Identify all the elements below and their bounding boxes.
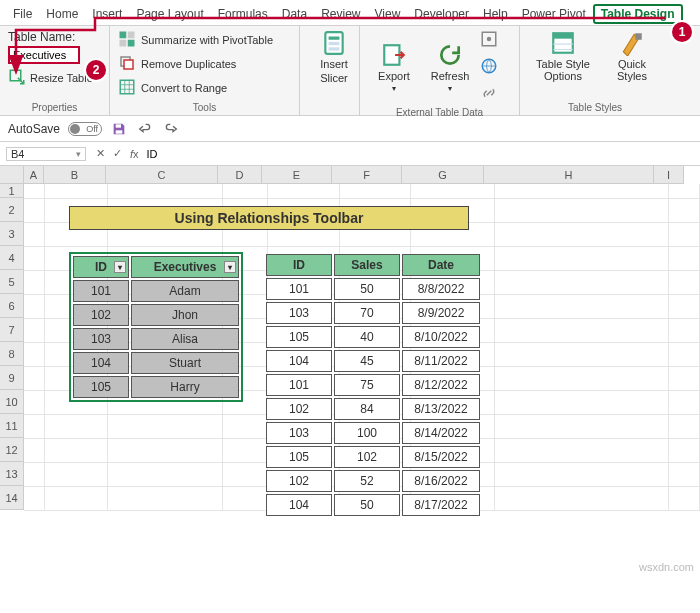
tab-data[interactable]: Data bbox=[275, 4, 314, 24]
table-cell[interactable]: 102 bbox=[73, 304, 129, 326]
table-cell[interactable]: 8/11/2022 bbox=[402, 350, 480, 372]
remove-duplicates-button[interactable]: Remove Duplicates bbox=[118, 54, 291, 74]
table-cell[interactable]: 52 bbox=[334, 470, 400, 492]
table-cell[interactable]: 105 bbox=[73, 376, 129, 398]
table-cell[interactable]: 105 bbox=[266, 326, 332, 348]
row-header[interactable]: 1 bbox=[0, 184, 24, 198]
table-cell[interactable]: 100 bbox=[334, 422, 400, 444]
col-header-a[interactable]: A bbox=[24, 166, 44, 184]
row-header[interactable]: 12 bbox=[0, 438, 24, 462]
table-name-input[interactable] bbox=[8, 46, 80, 64]
filter-dropdown-icon[interactable]: ▾ bbox=[224, 261, 236, 273]
summarize-pivot-button[interactable]: Summarize with PivotTable bbox=[118, 30, 291, 50]
unlink-icon[interactable] bbox=[480, 84, 498, 105]
autosave-toggle[interactable]: Off bbox=[68, 122, 102, 136]
name-box[interactable]: B4 ▾ bbox=[6, 147, 86, 161]
table-style-options-button[interactable]: Table Style Options bbox=[528, 30, 598, 82]
table-cell[interactable]: 8/10/2022 bbox=[402, 326, 480, 348]
table-cell[interactable]: 40 bbox=[334, 326, 400, 348]
table-cell[interactable]: 50 bbox=[334, 278, 400, 300]
row-header[interactable]: 13 bbox=[0, 462, 24, 486]
tbl-a-header-exec[interactable]: Executives▾ bbox=[131, 256, 239, 278]
col-header-c[interactable]: C bbox=[106, 166, 218, 184]
select-all-corner[interactable] bbox=[0, 166, 24, 184]
tab-table-design[interactable]: Table Design bbox=[593, 4, 683, 24]
table-cell[interactable]: Adam bbox=[131, 280, 239, 302]
table-cell[interactable]: 103 bbox=[266, 302, 332, 324]
tab-developer[interactable]: Developer bbox=[407, 4, 476, 24]
table-cell[interactable]: Jhon bbox=[131, 304, 239, 326]
tbl-b-header-date[interactable]: Date bbox=[402, 254, 480, 276]
col-header-b[interactable]: B bbox=[44, 166, 106, 184]
table-cell[interactable]: 102 bbox=[266, 470, 332, 492]
table-cell[interactable]: 8/14/2022 bbox=[402, 422, 480, 444]
col-header-i[interactable]: I bbox=[654, 166, 684, 184]
table-cell[interactable]: 105 bbox=[266, 446, 332, 468]
col-header-g[interactable]: G bbox=[402, 166, 484, 184]
tab-power-pivot[interactable]: Power Pivot bbox=[515, 4, 593, 24]
save-icon[interactable] bbox=[110, 120, 128, 138]
undo-icon[interactable] bbox=[136, 120, 154, 138]
row-header[interactable]: 10 bbox=[0, 390, 24, 414]
table-cell[interactable]: 104 bbox=[73, 352, 129, 374]
table-cell[interactable]: 102 bbox=[334, 446, 400, 468]
table-cell[interactable]: 8/13/2022 bbox=[402, 398, 480, 420]
tbl-b-header-sales[interactable]: Sales bbox=[334, 254, 400, 276]
row-header[interactable]: 7 bbox=[0, 318, 24, 342]
row-header[interactable]: 8 bbox=[0, 342, 24, 366]
tab-page-layout[interactable]: Page Layout bbox=[129, 4, 210, 24]
tab-file[interactable]: File bbox=[6, 4, 39, 24]
table-cell[interactable]: 104 bbox=[266, 494, 332, 516]
tab-home[interactable]: Home bbox=[39, 4, 85, 24]
tbl-a-header-id[interactable]: ID▾ bbox=[73, 256, 129, 278]
properties-icon[interactable] bbox=[480, 30, 498, 51]
row-header[interactable]: 9 bbox=[0, 366, 24, 390]
row-header[interactable]: 5 bbox=[0, 270, 24, 294]
tab-formulas[interactable]: Formulas bbox=[211, 4, 275, 24]
table-cell[interactable]: 8/16/2022 bbox=[402, 470, 480, 492]
sales-table[interactable]: ID Sales Date 101508/8/2022 103708/9/202… bbox=[264, 252, 482, 518]
tab-help[interactable]: Help bbox=[476, 4, 515, 24]
row-header[interactable]: 3 bbox=[0, 222, 24, 246]
tab-view[interactable]: View bbox=[368, 4, 408, 24]
table-cell[interactable]: 8/12/2022 bbox=[402, 374, 480, 396]
table-cell[interactable]: 101 bbox=[266, 374, 332, 396]
table-cell[interactable]: 8/9/2022 bbox=[402, 302, 480, 324]
row-header[interactable]: 6 bbox=[0, 294, 24, 318]
convert-range-button[interactable]: Convert to Range bbox=[118, 78, 291, 98]
table-cell[interactable]: 103 bbox=[73, 328, 129, 350]
col-header-f[interactable]: F bbox=[332, 166, 402, 184]
table-cell[interactable]: Harry bbox=[131, 376, 239, 398]
row-header[interactable]: 14 bbox=[0, 486, 24, 510]
table-cell[interactable]: 8/8/2022 bbox=[402, 278, 480, 300]
formula-input[interactable] bbox=[147, 148, 447, 160]
col-header-h[interactable]: H bbox=[484, 166, 654, 184]
table-cell[interactable]: 102 bbox=[266, 398, 332, 420]
col-header-e[interactable]: E bbox=[262, 166, 332, 184]
resize-table-button[interactable]: Resize Table bbox=[30, 72, 93, 84]
table-cell[interactable]: 8/15/2022 bbox=[402, 446, 480, 468]
row-header[interactable]: 11 bbox=[0, 414, 24, 438]
fx-icon[interactable]: fx bbox=[130, 148, 139, 160]
table-cell[interactable]: 101 bbox=[73, 280, 129, 302]
table-cell[interactable]: 45 bbox=[334, 350, 400, 372]
tbl-b-header-id[interactable]: ID bbox=[266, 254, 332, 276]
quick-styles-button[interactable]: Quick Styles bbox=[606, 30, 658, 82]
export-button[interactable]: Export ▾ bbox=[368, 30, 420, 105]
redo-icon[interactable] bbox=[162, 120, 180, 138]
table-cell[interactable]: 50 bbox=[334, 494, 400, 516]
cell-area[interactable]: Using Relationships Toolbar ID▾ Executiv… bbox=[24, 184, 700, 511]
table-cell[interactable]: 103 bbox=[266, 422, 332, 444]
table-cell[interactable]: 75 bbox=[334, 374, 400, 396]
enter-icon[interactable]: ✓ bbox=[113, 147, 122, 160]
table-cell[interactable]: 101 bbox=[266, 278, 332, 300]
row-header[interactable]: 4 bbox=[0, 246, 24, 270]
cancel-icon[interactable]: ✕ bbox=[96, 147, 105, 160]
row-header[interactable]: 2 bbox=[0, 198, 24, 222]
filter-dropdown-icon[interactable]: ▾ bbox=[114, 261, 126, 273]
tab-insert[interactable]: Insert bbox=[85, 4, 129, 24]
table-cell[interactable]: Alisa bbox=[131, 328, 239, 350]
table-cell[interactable]: 8/17/2022 bbox=[402, 494, 480, 516]
table-cell[interactable]: Stuart bbox=[131, 352, 239, 374]
insert-slicer-button[interactable]: Insert Slicer bbox=[308, 30, 360, 84]
